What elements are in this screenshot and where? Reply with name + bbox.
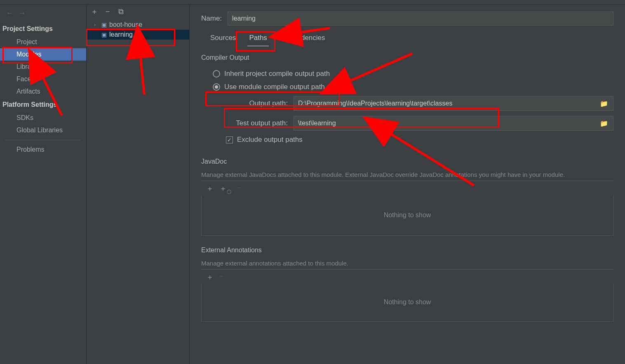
tree-item-boot-house[interactable]: › ▣ boot-house [87, 20, 189, 30]
checkbox-icon: ✓ [226, 136, 233, 143]
sidebar-item-artifacts[interactable]: Artifacts [0, 85, 86, 98]
browse-folder-icon[interactable]: 📁 [595, 100, 613, 108]
add-icon[interactable]: ＋ [206, 183, 214, 194]
remove-icon[interactable]: − [237, 183, 242, 194]
annotations-empty: Nothing to show [201, 284, 613, 322]
forward-arrow-icon[interactable]: → [18, 9, 26, 18]
browse-folder-icon[interactable]: 📁 [595, 120, 613, 127]
name-label: Name: [201, 14, 222, 23]
javadoc-empty: Nothing to show [201, 195, 613, 236]
tree-item-label: learning [109, 31, 133, 38]
folder-icon: ▣ [101, 21, 107, 28]
javadoc-desc: Manage external JavaDocs attached to thi… [201, 171, 613, 178]
radio-icon-selected [213, 83, 220, 91]
sidebar-item-global-libraries[interactable]: Global Libraries [0, 124, 86, 136]
tree-item-label: boot-house [109, 21, 142, 28]
settings-sidebar: ← → Project Settings Project Modules Lib… [0, 5, 87, 364]
tab-sources[interactable]: Sources [209, 32, 237, 47]
output-path-input[interactable] [294, 100, 595, 107]
annotations-desc: Manage external annotations attached to … [201, 260, 613, 267]
section-compiler-output: Compiler Output [201, 54, 613, 61]
module-name-input[interactable] [228, 12, 613, 26]
tab-dependencies[interactable]: Dependencies [279, 32, 327, 47]
sidebar-item-project[interactable]: Project [0, 36, 86, 48]
tab-paths[interactable]: Paths [247, 32, 268, 47]
section-javadoc: JavaDoc [201, 158, 613, 165]
copy-icon[interactable]: ⧉ [117, 7, 125, 16]
test-output-path-label: Test output path: [226, 119, 288, 127]
sidebar-item-libraries[interactable]: Libraries [0, 61, 86, 73]
add-icon[interactable]: ＋ [206, 272, 214, 282]
checkbox-exclude-output[interactable]: ✓ Exclude output paths [201, 133, 613, 146]
add-icon[interactable]: ＋ [91, 7, 98, 16]
sidebar-heading-project-settings: Project Settings [0, 22, 86, 36]
section-external-annotations: External Annotations [201, 247, 613, 254]
test-output-path-input[interactable] [294, 120, 595, 127]
sidebar-heading-platform-settings: Platform Settings [0, 98, 86, 112]
radio-label: Use module compile output path [224, 83, 325, 91]
sidebar-item-facets[interactable]: Facets [0, 73, 86, 85]
radio-icon [213, 70, 220, 77]
sidebar-item-sdks[interactable]: SDKs [0, 112, 86, 124]
module-settings-panel: Name: Sources Paths Dependencies Compile… [190, 5, 625, 364]
sidebar-item-modules[interactable]: Modules [0, 48, 86, 61]
folder-icon: ▣ [101, 31, 107, 38]
add-url-icon[interactable]: ＋◯ [219, 183, 231, 194]
remove-icon[interactable]: − [219, 272, 224, 282]
checkbox-label: Exclude output paths [237, 136, 303, 144]
radio-inherit-output[interactable]: Inherit project compile output path [201, 67, 613, 80]
tree-item-learning[interactable]: ▣ learning [87, 30, 189, 40]
output-path-label: Output path: [226, 99, 288, 108]
chevron-right-icon[interactable]: › [94, 22, 99, 28]
sidebar-item-problems[interactable]: Problems [0, 143, 86, 156]
radio-label: Inherit project compile output path [224, 70, 330, 78]
back-arrow-icon[interactable]: ← [6, 9, 13, 18]
module-tree-panel: ＋ − ⧉ › ▣ boot-house ▣ learning [87, 5, 190, 364]
remove-icon[interactable]: − [104, 7, 111, 16]
radio-use-module-output[interactable]: Use module compile output path [201, 80, 613, 94]
